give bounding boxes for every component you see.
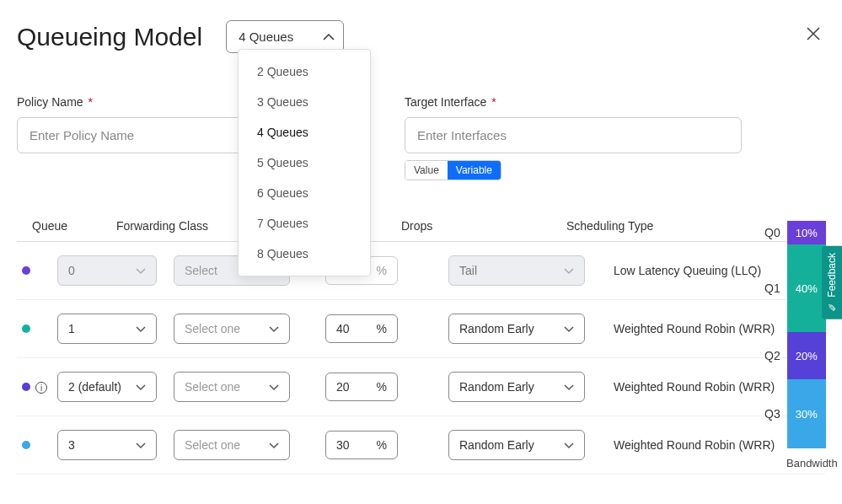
table-row: 1Select one40%Random EarlyWeighted Round… (17, 300, 825, 358)
page-title: Queueing Model (17, 23, 202, 51)
queue-option[interactable]: 6 Queues (239, 178, 370, 208)
bandwidth-queue-label: Q0 (764, 221, 780, 244)
queue-select-value: 2 (default) (68, 380, 121, 394)
queue-select-value: 1 (68, 322, 75, 335)
scheduling-type-text: Low Latency Queuing (LLQ) (614, 264, 761, 277)
queue-option[interactable]: 7 Queues (239, 208, 370, 239)
drops-value: Random Early (459, 322, 534, 335)
col-drops: Drops (401, 219, 553, 233)
queue-color-dot (22, 324, 30, 333)
chevron-down-icon (269, 322, 279, 335)
target-interface-label: Target Interface * (405, 95, 742, 109)
queue-option[interactable]: 2 Queues (239, 56, 370, 87)
forwarding-class-value: Select one (185, 438, 240, 452)
bandwidth-unit: % (377, 264, 387, 277)
queue-color-dot (22, 441, 30, 449)
drops-select[interactable]: Random Early (448, 372, 585, 402)
bandwidth-queue-label: Q2 (764, 332, 780, 379)
target-interface-label-text: Target Interface (405, 95, 486, 109)
chevron-down-icon (269, 438, 279, 452)
scheduling-type-text: Weighted Round Robin (WRR) (614, 438, 775, 452)
chevron-down-icon (136, 380, 146, 394)
queue-option[interactable]: 5 Queues (239, 147, 370, 178)
feedback-icon: ✎ (826, 301, 838, 313)
feedback-tab[interactable]: ✎ Feedback (822, 246, 842, 319)
queue-select: 0 (57, 255, 157, 286)
toggle-variable[interactable]: Variable (448, 161, 501, 180)
bandwidth-value: 20 (336, 380, 350, 394)
drops-value: Random Early (459, 438, 534, 452)
bandwidth-queue-label: Q1 (764, 244, 780, 332)
queue-count-dropdown[interactable]: 2 Queues3 Queues4 Queues5 Queues6 Queues… (238, 49, 371, 276)
info-icon[interactable]: i (35, 382, 47, 394)
bandwidth-value: 40 (336, 322, 350, 335)
queue-select[interactable]: 2 (default) (57, 372, 157, 402)
bandwidth-input[interactable]: 40% (325, 314, 398, 343)
forwarding-class-select[interactable]: Select one (174, 372, 290, 402)
required-star: * (88, 95, 92, 109)
chevron-down-icon (136, 438, 146, 452)
drops-select[interactable]: Random Early (448, 314, 585, 344)
bandwidth-unit: % (377, 438, 387, 452)
table-row: 0Select%TailLow Latency Queuing (LLQ) (17, 242, 825, 300)
queue-color-dot (22, 383, 30, 391)
chevron-up-icon (323, 33, 331, 41)
value-variable-toggle[interactable]: Value Variable (405, 160, 501, 180)
bandwidth-input[interactable]: 30% (325, 431, 398, 459)
scheduling-type-text: Weighted Round Robin (WRR) (614, 380, 775, 394)
forwarding-class-value: Select one (185, 322, 240, 335)
bandwidth-segment: 40% (787, 244, 826, 332)
chevron-down-icon (269, 380, 279, 394)
chevron-down-icon (564, 264, 574, 277)
queue-option[interactable]: 4 Queues (239, 117, 370, 147)
bandwidth-value: 30 (336, 438, 350, 452)
queue-option[interactable]: 3 Queues (239, 87, 370, 117)
queue-select-value: 3 (68, 438, 75, 452)
target-interface-input[interactable] (405, 117, 742, 153)
queue-count-value: 4 Queues (239, 29, 293, 44)
chevron-down-icon (564, 380, 574, 394)
table-header: Queue Forwarding Class dth % Drops Sched… (17, 211, 825, 242)
chevron-down-icon (564, 322, 574, 335)
bandwidth-caption: Bandwidth (786, 457, 838, 469)
bandwidth-input[interactable]: 20% (325, 373, 398, 401)
bandwidth-segment: 20% (787, 332, 826, 379)
bandwidth-segment: 30% (787, 379, 826, 448)
forwarding-class-select[interactable]: Select one (174, 430, 290, 460)
bandwidth-unit: % (377, 322, 387, 335)
required-star: * (491, 95, 496, 109)
queue-option[interactable]: 8 Queues (239, 239, 370, 269)
scheduling-type-text: Weighted Round Robin (WRR) (614, 322, 775, 335)
drops-value: Random Early (459, 380, 534, 394)
forwarding-class-select[interactable]: Select one (174, 314, 290, 344)
forwarding-class-value: Select one (185, 380, 240, 394)
chevron-down-icon (136, 322, 146, 335)
forwarding-class-value: Select (185, 264, 217, 277)
chevron-down-icon (564, 438, 574, 452)
table-row: i2 (default)Select one20%Random EarlyWei… (17, 358, 825, 416)
col-queue: Queue (32, 219, 116, 233)
queue-select-value: 0 (68, 264, 75, 277)
queue-select[interactable]: 3 (57, 430, 157, 460)
drops-select[interactable]: Random Early (448, 430, 585, 460)
drops-value: Tail (459, 264, 477, 277)
bandwidth-unit: % (377, 380, 387, 394)
toggle-value[interactable]: Value (405, 161, 448, 180)
close-button[interactable] (805, 25, 822, 42)
queue-color-dot (22, 266, 30, 275)
drops-select: Tail (448, 255, 585, 286)
chevron-down-icon (136, 264, 146, 277)
feedback-label: Feedback (826, 253, 838, 298)
bandwidth-segment: 10% (787, 221, 826, 244)
table-row: 3Select one30%Random EarlyWeighted Round… (17, 416, 825, 475)
policy-name-label-text: Policy Name (17, 95, 83, 109)
queue-select[interactable]: 1 (57, 314, 157, 344)
bandwidth-queue-label: Q3 (764, 379, 780, 448)
